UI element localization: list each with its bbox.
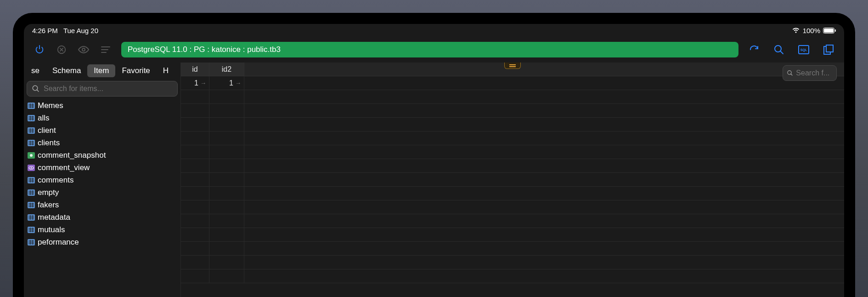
svg-point-19	[31, 167, 32, 168]
sidebar-tabs: se Schema Item Favorite H	[24, 63, 180, 79]
sidebar-tab-schema[interactable]: Schema	[46, 64, 87, 77]
sidebar-item[interactable]: client	[24, 124, 180, 137]
results-search[interactable]	[783, 65, 837, 81]
materialized-view-icon	[28, 152, 35, 159]
sidebar-item[interactable]: peformance	[24, 236, 180, 248]
sidebar-search[interactable]	[27, 81, 178, 97]
search-icon[interactable]	[772, 43, 785, 56]
content-area: id id2 1 → 1 →	[181, 63, 844, 297]
table-icon	[28, 177, 35, 183]
table-row	[181, 242, 844, 256]
column-header-id[interactable]: id	[181, 63, 209, 76]
table-row	[181, 159, 844, 173]
sidebar-item-label: clients	[38, 138, 60, 148]
table-icon	[28, 227, 35, 233]
status-time: 4:26 PM	[32, 27, 58, 34]
sidebar-item-label: metadata	[38, 213, 70, 222]
table-row	[181, 131, 844, 145]
grid-body: 1 → 1 →	[181, 76, 844, 283]
cell-id2[interactable]: 1 →	[209, 76, 244, 90]
table-row	[181, 173, 844, 187]
eye-icon[interactable]	[77, 43, 90, 56]
sidebar-item[interactable]: mutuals	[24, 223, 180, 236]
table-row[interactable]: 1 → 1 →	[181, 76, 844, 90]
sidebar-item-label: alls	[38, 114, 50, 123]
view-icon	[28, 165, 35, 171]
table-icon	[28, 202, 35, 208]
refresh-icon[interactable]	[748, 43, 761, 56]
fk-arrow-icon[interactable]: →	[200, 80, 206, 86]
sidebar-item-label: comment_snapshot	[38, 151, 106, 160]
sidebar-item[interactable]: comment_snapshot	[24, 149, 180, 161]
table-icon	[28, 214, 35, 221]
column-header-id2[interactable]: id2	[209, 63, 244, 76]
table-row	[181, 214, 844, 228]
power-icon[interactable]	[33, 43, 46, 56]
status-bar: 4:26 PM Tue Aug 20 100%	[24, 24, 844, 37]
svg-point-4	[82, 48, 85, 51]
panels-icon[interactable]	[822, 43, 835, 56]
table-row	[181, 145, 844, 159]
sidebar-item-label: comment_view	[38, 163, 90, 172]
sidebar-item[interactable]: comment_view	[24, 161, 180, 174]
sql-icon[interactable]: SQL	[797, 43, 810, 56]
table-icon	[28, 115, 35, 121]
table-row	[181, 187, 844, 200]
breadcrumb-text: PostgreSQL 11.0 : PG : katonice : public…	[128, 45, 281, 54]
table-icon	[28, 140, 35, 146]
wifi-icon	[792, 27, 800, 34]
table-row	[181, 90, 844, 104]
app-toolbar: PostgreSQL 11.0 : PG : katonice : public…	[24, 37, 844, 63]
cancel-icon[interactable]	[55, 43, 68, 56]
svg-rect-2	[835, 29, 836, 32]
sidebar-item[interactable]: clients	[24, 137, 180, 149]
sidebar-item[interactable]: empty	[24, 186, 180, 199]
sidebar-search-input[interactable]	[44, 85, 173, 93]
sidebar-item[interactable]: comments	[24, 174, 180, 186]
sidebar: se Schema Item Favorite H Memesallsclien…	[24, 63, 181, 297]
sidebar-list: Memesallsclientclientscomment_snapshotco…	[24, 99, 180, 297]
data-grid: id id2 1 → 1 →	[181, 63, 844, 297]
table-icon	[28, 127, 35, 134]
sidebar-tab-item[interactable]: Item	[87, 64, 115, 77]
sidebar-item-label: Memes	[38, 101, 63, 110]
svg-text:SQL: SQL	[800, 48, 807, 52]
table-row	[181, 104, 844, 118]
search-icon	[32, 85, 40, 93]
sidebar-tab-se[interactable]: se	[25, 64, 46, 77]
svg-point-16	[30, 154, 33, 157]
fk-arrow-icon[interactable]: →	[235, 80, 241, 86]
status-date: Tue Aug 20	[63, 27, 98, 34]
sidebar-item[interactable]: fakers	[24, 199, 180, 211]
svg-rect-1	[824, 29, 834, 33]
sidebar-item[interactable]: alls	[24, 112, 180, 124]
table-icon	[28, 239, 35, 246]
table-row	[181, 228, 844, 242]
sidebar-item-label: fakers	[38, 200, 59, 210]
table-icon	[28, 103, 35, 109]
sidebar-item-label: peformance	[38, 238, 79, 247]
sidebar-item-label: comments	[38, 176, 73, 185]
table-row	[181, 269, 844, 283]
sidebar-item-label: empty	[38, 188, 59, 197]
sidebar-item[interactable]: metadata	[24, 211, 180, 223]
sidebar-tab-favorite[interactable]: Favorite	[115, 64, 156, 77]
table-icon	[28, 189, 35, 196]
search-icon	[787, 69, 793, 77]
list-icon[interactable]	[99, 43, 112, 56]
breadcrumb[interactable]: PostgreSQL 11.0 : PG : katonice : public…	[121, 42, 738, 57]
table-row	[181, 118, 844, 131]
results-search-input[interactable]	[796, 69, 833, 77]
svg-rect-9	[826, 45, 833, 52]
sidebar-item-label: mutuals	[38, 225, 65, 234]
sidebar-item[interactable]: Memes	[24, 99, 180, 112]
sidebar-tab-h[interactable]: H	[157, 64, 175, 77]
drag-handle-icon[interactable]	[504, 63, 521, 69]
table-row	[181, 200, 844, 214]
sidebar-item-label: client	[38, 126, 56, 135]
battery-icon	[823, 28, 836, 34]
table-row	[181, 256, 844, 269]
battery-percent: 100%	[803, 27, 820, 34]
cell-id[interactable]: 1 →	[181, 76, 209, 90]
